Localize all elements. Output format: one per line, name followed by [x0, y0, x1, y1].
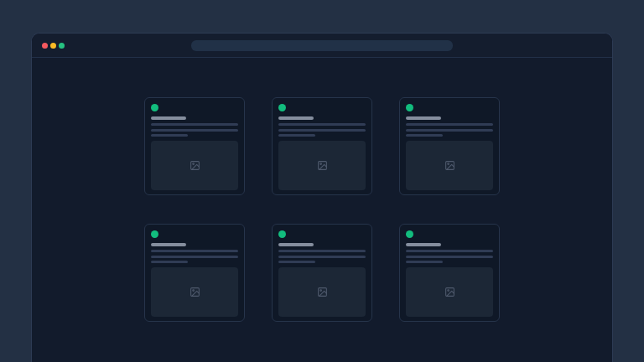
- project-card[interactable]: [399, 224, 500, 322]
- title-skeleton: [278, 243, 314, 246]
- text-line-skeleton-short: [406, 261, 443, 263]
- card-grid: [32, 97, 612, 322]
- title-skeleton: [406, 243, 441, 246]
- text-line-skeleton: [406, 256, 493, 258]
- window-titlebar: [32, 34, 612, 58]
- project-card[interactable]: [272, 224, 372, 322]
- minimize-button[interactable]: [50, 43, 56, 49]
- image-placeholder: [151, 141, 238, 190]
- text-line-skeleton-short: [151, 261, 188, 263]
- text-line-skeleton: [278, 123, 366, 126]
- text-line-skeleton: [151, 123, 238, 126]
- status-dot-icon: [406, 104, 413, 111]
- image-placeholder: [278, 267, 366, 317]
- image-placeholder: [151, 267, 238, 317]
- text-line-skeleton: [406, 123, 493, 126]
- text-line-skeleton-short: [278, 134, 315, 137]
- address-bar[interactable]: [191, 40, 453, 51]
- text-line-skeleton: [151, 250, 238, 252]
- image-icon: [190, 287, 200, 297]
- status-dot-icon: [151, 104, 158, 111]
- title-skeleton: [151, 116, 186, 120]
- status-dot-icon: [151, 230, 158, 238]
- text-line-skeleton: [406, 250, 493, 252]
- image-placeholder: [406, 267, 493, 317]
- project-card[interactable]: [399, 97, 500, 195]
- image-placeholder: [406, 141, 493, 190]
- title-skeleton: [406, 116, 441, 120]
- text-line-skeleton-short: [278, 261, 315, 263]
- image-icon: [190, 160, 200, 171]
- text-line-skeleton: [278, 256, 366, 258]
- status-dot-icon: [278, 104, 286, 111]
- text-line-skeleton: [406, 129, 493, 132]
- image-icon: [444, 160, 455, 171]
- title-skeleton: [278, 116, 314, 120]
- browser-window: [31, 33, 613, 362]
- maximize-button[interactable]: [59, 43, 65, 49]
- text-line-skeleton: [278, 129, 366, 132]
- window-controls: [42, 43, 65, 49]
- text-line-skeleton: [278, 250, 366, 252]
- project-card[interactable]: [144, 97, 245, 195]
- close-button[interactable]: [42, 43, 48, 49]
- window-content: [32, 58, 612, 322]
- image-icon: [444, 287, 455, 297]
- project-card[interactable]: [272, 97, 372, 195]
- project-card[interactable]: [144, 224, 245, 322]
- text-line-skeleton: [151, 256, 238, 258]
- image-icon: [317, 160, 328, 171]
- text-line-skeleton-short: [406, 134, 443, 137]
- title-skeleton: [151, 243, 186, 246]
- text-line-skeleton-short: [151, 134, 188, 137]
- image-placeholder: [278, 141, 366, 190]
- text-line-skeleton: [151, 129, 238, 132]
- status-dot-icon: [278, 230, 286, 238]
- page-background: { "colors": { "accent_green": "#12bd7e",…: [0, 0, 644, 362]
- image-icon: [317, 287, 328, 297]
- status-dot-icon: [406, 230, 413, 238]
